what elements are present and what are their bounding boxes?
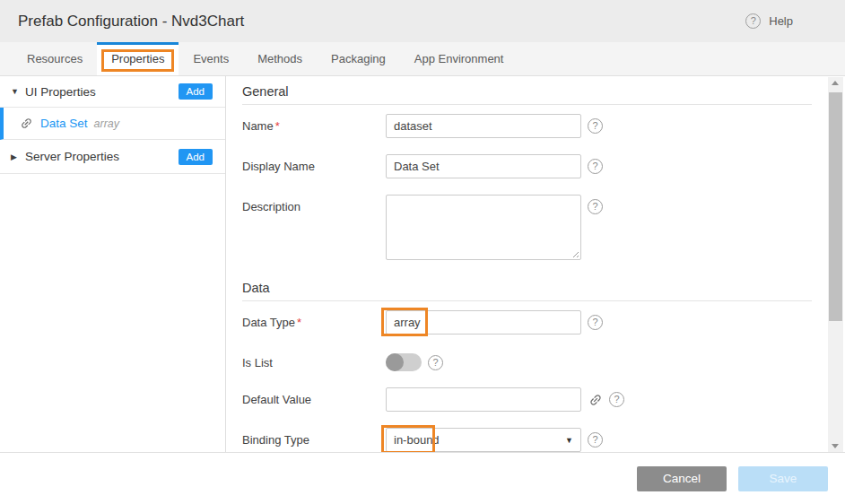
section-label: Server Properties bbox=[25, 150, 179, 163]
description-textarea[interactable] bbox=[386, 195, 581, 260]
sidebar-item-label: Data Set bbox=[40, 117, 88, 130]
tab-label: Events bbox=[193, 52, 229, 65]
default-value-input[interactable] bbox=[386, 387, 581, 412]
name-label: Name* bbox=[242, 114, 386, 133]
name-help-icon[interactable]: ? bbox=[588, 118, 603, 134]
tab-events[interactable]: Events bbox=[179, 42, 243, 75]
tab-app-environment[interactable]: App Environment bbox=[400, 42, 518, 75]
cancel-button[interactable]: Cancel bbox=[637, 466, 727, 491]
binding-type-value: in-bound bbox=[394, 433, 440, 447]
binding-type-label: Binding Type bbox=[242, 428, 386, 447]
field-row-display-name: Display Name ? bbox=[242, 154, 812, 178]
name-input[interactable] bbox=[386, 114, 581, 138]
required-asterisk: * bbox=[297, 316, 301, 329]
binding-type-help-icon[interactable]: ? bbox=[588, 432, 603, 448]
is-list-label: Is List bbox=[242, 351, 386, 369]
property-form-panel: General Name* ? Display Name ? Descripti… bbox=[227, 76, 828, 452]
required-asterisk: * bbox=[275, 119, 280, 133]
scrollbar-down-arrow-icon[interactable] bbox=[828, 439, 843, 452]
section-title-general: General bbox=[242, 76, 812, 105]
help-label: Help bbox=[769, 14, 793, 28]
data-type-label: Data Type* bbox=[242, 310, 386, 329]
sidebar-section-ui-properties[interactable]: ▼ UI Properties Add bbox=[0, 76, 225, 108]
toggle-knob bbox=[386, 353, 404, 371]
description-help-icon[interactable]: ? bbox=[588, 199, 603, 214]
data-type-help-icon[interactable]: ? bbox=[588, 315, 603, 330]
caret-down-icon: ▼ bbox=[11, 87, 25, 96]
bind-variable-icon[interactable] bbox=[588, 393, 603, 407]
sidebar-item-type: array bbox=[94, 117, 119, 130]
tab-label: Packaging bbox=[331, 52, 386, 65]
help-circle-icon: ? bbox=[745, 13, 761, 29]
display-name-label: Display Name bbox=[242, 154, 386, 173]
data-type-input[interactable] bbox=[386, 310, 581, 335]
is-list-toggle[interactable] bbox=[386, 353, 422, 371]
description-label: Description bbox=[242, 195, 386, 213]
tab-label: App Environment bbox=[414, 52, 504, 65]
tab-properties[interactable]: Properties bbox=[97, 42, 179, 75]
caret-right-icon: ▶ bbox=[11, 152, 25, 161]
tab-label: Resources bbox=[27, 52, 83, 65]
add-ui-property-button[interactable]: Add bbox=[179, 83, 213, 100]
field-row-data-type: Data Type* ? bbox=[242, 310, 812, 335]
help-button[interactable]: ? Help bbox=[745, 13, 793, 29]
dialog-header: Prefab Configuration - Nvd3Chart ? Help bbox=[0, 0, 845, 42]
display-name-input[interactable] bbox=[386, 154, 581, 178]
field-row-binding-type: Binding Type in-bound ▼ ? bbox=[242, 428, 812, 452]
bind-link-icon bbox=[20, 117, 33, 130]
properties-sidebar: ▼ UI Properties Add Data Set array ▶ Ser… bbox=[0, 76, 226, 452]
field-row-description: Description ? bbox=[242, 195, 812, 260]
page-title: Prefab Configuration - Nvd3Chart bbox=[18, 13, 244, 30]
section-title-data: Data bbox=[242, 273, 812, 301]
scrollbar-thumb[interactable] bbox=[829, 92, 842, 321]
dropdown-arrow-icon: ▼ bbox=[565, 429, 573, 452]
is-list-help-icon[interactable]: ? bbox=[428, 355, 443, 370]
save-button[interactable]: Save bbox=[738, 466, 828, 491]
scrollbar-up-arrow-icon[interactable] bbox=[828, 77, 843, 90]
tab-methods[interactable]: Methods bbox=[243, 42, 317, 75]
default-value-help-icon[interactable]: ? bbox=[609, 392, 624, 407]
sidebar-section-server-properties[interactable]: ▶ Server Properties Add bbox=[0, 140, 225, 174]
default-value-label: Default Value bbox=[242, 387, 386, 406]
tab-resources[interactable]: Resources bbox=[13, 42, 97, 75]
tab-packaging[interactable]: Packaging bbox=[317, 42, 400, 75]
add-server-property-button[interactable]: Add bbox=[179, 149, 213, 165]
sidebar-item-data-set[interactable]: Data Set array bbox=[0, 108, 225, 140]
display-name-help-icon[interactable]: ? bbox=[588, 159, 603, 174]
tab-label: Methods bbox=[257, 52, 302, 65]
vertical-scrollbar[interactable] bbox=[828, 77, 843, 452]
section-label: UI Properties bbox=[25, 85, 179, 99]
tab-bar: Resources Properties Events Methods Pack… bbox=[0, 42, 845, 76]
tab-label: Properties bbox=[111, 52, 164, 65]
binding-type-select[interactable]: in-bound ▼ bbox=[386, 428, 581, 452]
dialog-footer: Cancel Save bbox=[0, 452, 845, 504]
field-row-default-value: Default Value ? bbox=[242, 387, 812, 412]
active-tab-indicator bbox=[97, 42, 179, 45]
field-row-is-list: Is List ? bbox=[242, 351, 812, 371]
field-row-name: Name* ? bbox=[242, 114, 812, 138]
